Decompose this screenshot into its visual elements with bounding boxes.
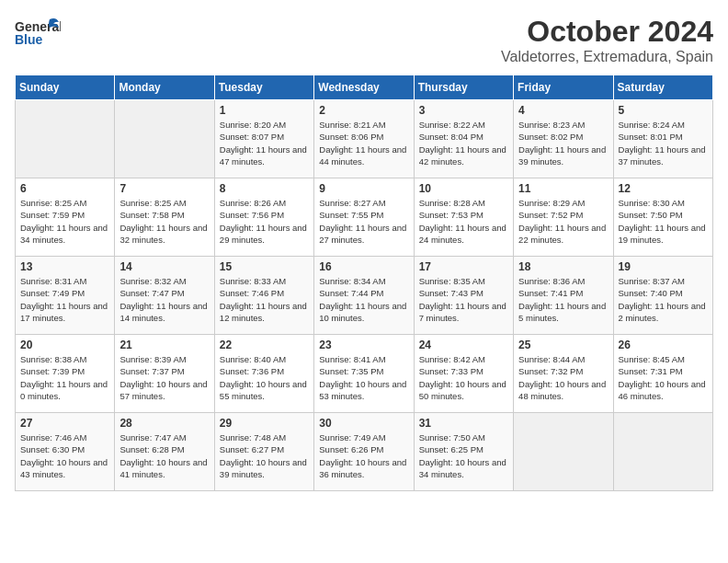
- calendar-cell: 3Sunrise: 8:22 AMSunset: 8:04 PMDaylight…: [414, 100, 513, 178]
- day-number: 2: [319, 104, 408, 117]
- calendar-cell: 11Sunrise: 8:29 AMSunset: 7:52 PMDayligh…: [514, 178, 613, 257]
- calendar-cell: 23Sunrise: 8:41 AMSunset: 7:35 PMDayligh…: [314, 335, 414, 413]
- day-info: Sunrise: 8:21 AMSunset: 8:06 PMDaylight:…: [319, 119, 408, 167]
- day-number: 30: [319, 417, 408, 430]
- day-info: Sunrise: 7:50 AMSunset: 6:25 PMDaylight:…: [419, 431, 508, 480]
- calendar-cell: 24Sunrise: 8:42 AMSunset: 7:33 PMDayligh…: [414, 335, 513, 413]
- day-number: 18: [518, 260, 608, 273]
- weekday-header: Friday: [514, 75, 613, 100]
- day-info: Sunrise: 7:46 AMSunset: 6:30 PMDaylight:…: [20, 431, 109, 480]
- day-info: Sunrise: 8:39 AMSunset: 7:37 PMDaylight:…: [119, 353, 209, 402]
- day-number: 27: [20, 417, 109, 430]
- day-info: Sunrise: 7:47 AMSunset: 6:28 PMDaylight:…: [119, 431, 209, 480]
- day-number: 31: [419, 417, 508, 430]
- day-number: 28: [119, 417, 209, 430]
- day-info: Sunrise: 8:33 AMSunset: 7:46 PMDaylight:…: [220, 275, 309, 324]
- day-number: 22: [220, 339, 309, 351]
- day-number: 9: [319, 182, 408, 195]
- calendar-week-row: 20Sunrise: 8:38 AMSunset: 7:39 PMDayligh…: [16, 335, 713, 413]
- day-number: 3: [419, 104, 508, 117]
- weekday-header-row: SundayMondayTuesdayWednesdayThursdayFrid…: [16, 75, 713, 100]
- day-info: Sunrise: 8:29 AMSunset: 7:52 PMDaylight:…: [518, 197, 608, 246]
- logo-icon: General Blue: [15, 15, 61, 52]
- calendar-cell: 28Sunrise: 7:47 AMSunset: 6:28 PMDayligh…: [115, 413, 214, 491]
- day-number: 19: [619, 260, 708, 273]
- calendar-cell: 9Sunrise: 8:27 AMSunset: 7:55 PMDaylight…: [314, 178, 414, 257]
- day-number: 20: [20, 339, 109, 351]
- day-number: 10: [419, 182, 508, 195]
- day-info: Sunrise: 8:45 AMSunset: 7:31 PMDaylight:…: [619, 353, 708, 402]
- calendar-cell: 8Sunrise: 8:26 AMSunset: 7:56 PMDaylight…: [214, 178, 313, 257]
- calendar-cell: 20Sunrise: 8:38 AMSunset: 7:39 PMDayligh…: [16, 335, 115, 413]
- weekday-header: Thursday: [414, 75, 513, 100]
- day-number: 16: [319, 260, 408, 273]
- calendar-cell: 27Sunrise: 7:46 AMSunset: 6:30 PMDayligh…: [16, 413, 115, 491]
- day-number: 14: [119, 260, 209, 273]
- day-info: Sunrise: 8:20 AMSunset: 8:07 PMDaylight:…: [220, 119, 309, 167]
- day-number: 23: [319, 339, 408, 351]
- day-info: Sunrise: 8:28 AMSunset: 7:53 PMDaylight:…: [419, 197, 508, 246]
- calendar-cell: [613, 413, 712, 491]
- calendar-cell: 21Sunrise: 8:39 AMSunset: 7:37 PMDayligh…: [115, 335, 214, 413]
- day-number: 29: [220, 417, 309, 430]
- calendar-cell: 10Sunrise: 8:28 AMSunset: 7:53 PMDayligh…: [414, 178, 513, 257]
- day-number: 5: [619, 104, 708, 117]
- day-info: Sunrise: 8:42 AMSunset: 7:33 PMDaylight:…: [419, 353, 508, 402]
- day-number: 21: [119, 339, 209, 351]
- day-info: Sunrise: 8:25 AMSunset: 7:58 PMDaylight:…: [119, 197, 209, 246]
- calendar-cell: 18Sunrise: 8:36 AMSunset: 7:41 PMDayligh…: [514, 257, 613, 335]
- calendar-cell: [115, 100, 214, 178]
- day-info: Sunrise: 8:31 AMSunset: 7:49 PMDaylight:…: [20, 275, 109, 324]
- calendar-week-row: 27Sunrise: 7:46 AMSunset: 6:30 PMDayligh…: [16, 413, 713, 491]
- day-number: 6: [20, 182, 109, 195]
- calendar-table: SundayMondayTuesdayWednesdayThursdayFrid…: [15, 75, 713, 491]
- calendar-cell: [514, 413, 613, 491]
- calendar-cell: 6Sunrise: 8:25 AMSunset: 7:59 PMDaylight…: [16, 178, 115, 257]
- calendar-cell: 15Sunrise: 8:33 AMSunset: 7:46 PMDayligh…: [214, 257, 313, 335]
- calendar-cell: 4Sunrise: 8:23 AMSunset: 8:02 PMDaylight…: [514, 100, 613, 178]
- calendar-cell: 2Sunrise: 8:21 AMSunset: 8:06 PMDaylight…: [314, 100, 414, 178]
- day-info: Sunrise: 8:35 AMSunset: 7:43 PMDaylight:…: [419, 275, 508, 324]
- calendar-cell: 13Sunrise: 8:31 AMSunset: 7:49 PMDayligh…: [16, 257, 115, 335]
- location-title: Valdetorres, Extremadura, Spain: [501, 49, 713, 65]
- calendar-cell: 14Sunrise: 8:32 AMSunset: 7:47 PMDayligh…: [115, 257, 214, 335]
- month-title: October 2024: [501, 15, 713, 49]
- day-info: Sunrise: 8:40 AMSunset: 7:36 PMDaylight:…: [220, 353, 309, 402]
- calendar-cell: 19Sunrise: 8:37 AMSunset: 7:40 PMDayligh…: [613, 257, 712, 335]
- calendar-cell: 17Sunrise: 8:35 AMSunset: 7:43 PMDayligh…: [414, 257, 513, 335]
- day-info: Sunrise: 8:44 AMSunset: 7:32 PMDaylight:…: [518, 353, 608, 402]
- calendar-cell: 26Sunrise: 8:45 AMSunset: 7:31 PMDayligh…: [613, 335, 712, 413]
- day-number: 4: [518, 104, 608, 117]
- svg-text:Blue: Blue: [15, 32, 43, 47]
- day-info: Sunrise: 8:41 AMSunset: 7:35 PMDaylight:…: [319, 353, 408, 402]
- weekday-header: Saturday: [613, 75, 712, 100]
- day-info: Sunrise: 7:49 AMSunset: 6:26 PMDaylight:…: [319, 431, 408, 480]
- logo: General Blue: [15, 15, 61, 52]
- day-info: Sunrise: 8:37 AMSunset: 7:40 PMDaylight:…: [619, 275, 708, 324]
- calendar-cell: 12Sunrise: 8:30 AMSunset: 7:50 PMDayligh…: [613, 178, 712, 257]
- weekday-header: Wednesday: [314, 75, 414, 100]
- day-number: 17: [419, 260, 508, 273]
- title-block: October 2024 Valdetorres, Extremadura, S…: [501, 15, 713, 65]
- calendar-week-row: 13Sunrise: 8:31 AMSunset: 7:49 PMDayligh…: [16, 257, 713, 335]
- day-info: Sunrise: 8:27 AMSunset: 7:55 PMDaylight:…: [319, 197, 408, 246]
- day-number: 13: [20, 260, 109, 273]
- calendar-cell: 1Sunrise: 8:20 AMSunset: 8:07 PMDaylight…: [214, 100, 313, 178]
- day-info: Sunrise: 8:38 AMSunset: 7:39 PMDaylight:…: [20, 353, 109, 402]
- day-number: 7: [119, 182, 209, 195]
- weekday-header: Tuesday: [214, 75, 313, 100]
- calendar-cell: 29Sunrise: 7:48 AMSunset: 6:27 PMDayligh…: [214, 413, 313, 491]
- calendar-cell: [16, 100, 115, 178]
- day-number: 25: [518, 339, 608, 351]
- calendar-cell: 30Sunrise: 7:49 AMSunset: 6:26 PMDayligh…: [314, 413, 414, 491]
- weekday-header: Sunday: [16, 75, 115, 100]
- day-info: Sunrise: 8:30 AMSunset: 7:50 PMDaylight:…: [619, 197, 708, 246]
- weekday-header: Monday: [115, 75, 214, 100]
- day-info: Sunrise: 8:36 AMSunset: 7:41 PMDaylight:…: [518, 275, 608, 324]
- calendar-cell: 7Sunrise: 8:25 AMSunset: 7:58 PMDaylight…: [115, 178, 214, 257]
- day-info: Sunrise: 8:25 AMSunset: 7:59 PMDaylight:…: [20, 197, 109, 246]
- day-info: Sunrise: 8:26 AMSunset: 7:56 PMDaylight:…: [220, 197, 309, 246]
- day-number: 15: [220, 260, 309, 273]
- day-info: Sunrise: 7:48 AMSunset: 6:27 PMDaylight:…: [220, 431, 309, 480]
- day-info: Sunrise: 8:34 AMSunset: 7:44 PMDaylight:…: [319, 275, 408, 324]
